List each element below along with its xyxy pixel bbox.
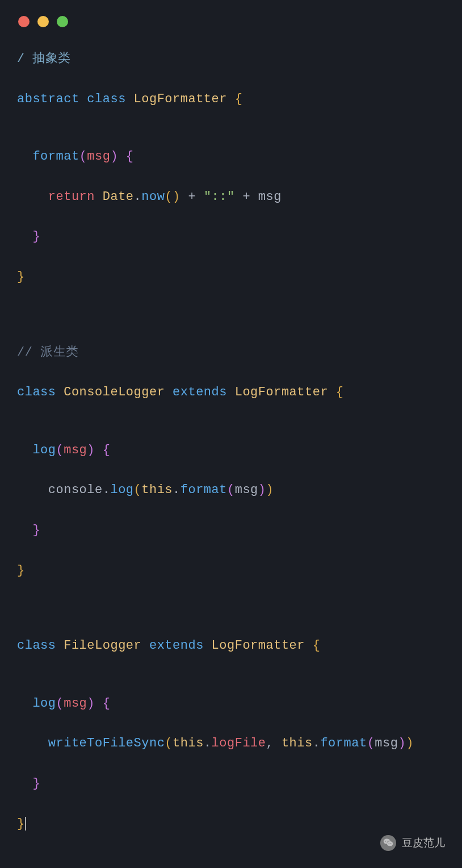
minimize-dot[interactable] (37, 16, 49, 27)
window-controls (0, 0, 462, 39)
code-line: console.log(this.format(msg)) (17, 479, 445, 502)
text-cursor (25, 817, 26, 831)
code-line: abstract class LogFormatter { (17, 88, 445, 111)
code-line: return Date.now() + "::" + msg (17, 186, 445, 208)
code-editor[interactable]: / 抽象类 abstract class LogFormatter { form… (0, 39, 462, 844)
code-line: class ConsoleLogger extends LogFormatter… (17, 381, 445, 404)
code-line: } (17, 813, 445, 836)
code-line: } (17, 266, 445, 289)
code-line-comment: / 抽象类 (17, 48, 445, 70)
watermark-label: 豆皮范儿 (402, 836, 445, 850)
code-line: format(msg) { (17, 145, 445, 168)
code-line: } (17, 773, 445, 795)
code-line: log(msg) { (17, 439, 445, 462)
code-line: log(msg) { (17, 692, 445, 715)
maximize-dot[interactable] (57, 16, 68, 27)
code-line-comment: // 派生类 (17, 341, 445, 364)
code-line: class FileLogger extends LogFormatter { (17, 635, 445, 657)
code-line: } (17, 560, 445, 582)
code-line: writeToFileSync(this.logFile, this.forma… (17, 732, 445, 755)
code-line: } (17, 226, 445, 248)
wechat-icon (380, 835, 396, 851)
close-dot[interactable] (18, 16, 30, 27)
watermark: 豆皮范儿 (380, 835, 445, 851)
code-line: } (17, 519, 445, 542)
